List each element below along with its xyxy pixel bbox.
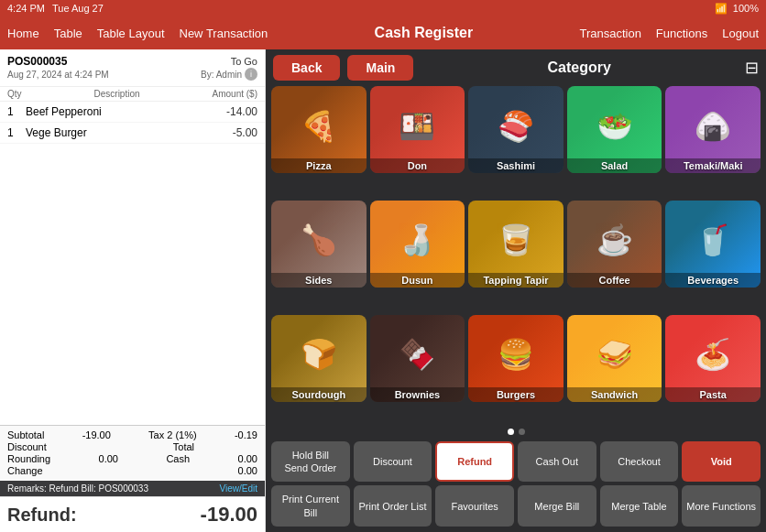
time: 4:24 PM bbox=[7, 3, 45, 14]
nav-table-layout[interactable]: Table Layout bbox=[97, 27, 165, 40]
top-nav-left: Home Table Table Layout New Transaction bbox=[7, 27, 268, 40]
col-desc: Description bbox=[94, 89, 140, 99]
action-btn-cash-out[interactable]: Cash Out bbox=[518, 441, 596, 483]
pagination-dots bbox=[266, 426, 766, 438]
tax-label: Tax 2 (1%) bbox=[148, 429, 197, 440]
cash-value: 0.00 bbox=[238, 453, 257, 464]
back-button[interactable]: Back bbox=[273, 55, 340, 81]
cat-item-sourdough[interactable]: 🍞 Sourdough bbox=[271, 315, 367, 402]
change-row: Change 0.00 bbox=[7, 465, 257, 476]
nav-transaction[interactable]: Transaction bbox=[579, 27, 640, 40]
cat-item-temaki-maki[interactable]: 🍙 Temaki/Maki bbox=[665, 86, 761, 173]
col-amount: Amount ($) bbox=[213, 89, 257, 99]
refund-amount: -19.00 bbox=[201, 503, 257, 527]
dot-2 bbox=[519, 429, 525, 435]
bottom-btn-merge-table[interactable]: Merge Table bbox=[600, 485, 679, 527]
nav-home[interactable]: Home bbox=[7, 27, 39, 40]
item-amount-1: -14.00 bbox=[226, 105, 257, 118]
rounding-label: Rounding bbox=[7, 453, 50, 464]
cat-emoji: 🍫 bbox=[399, 338, 435, 373]
cat-item-don[interactable]: 🍱 Don bbox=[370, 86, 465, 173]
cat-emoji: 🍞 bbox=[301, 338, 337, 373]
cat-label: Pasta bbox=[665, 387, 761, 402]
right-panel: Back Main Category ⊟ 🍕 Pizza 🍱 Don 🍣 Sas… bbox=[266, 49, 766, 532]
cat-label: Coffee bbox=[567, 273, 662, 288]
cat-emoji: 🥃 bbox=[498, 223, 534, 258]
main-button[interactable]: Main bbox=[347, 55, 413, 81]
subtotal-row: Subtotal -19.00 Tax 2 (1%) -0.19 bbox=[7, 429, 257, 440]
cat-emoji: 🍣 bbox=[498, 109, 534, 144]
cat-emoji: ☕ bbox=[596, 223, 633, 258]
cat-label: Burgers bbox=[468, 387, 564, 402]
cat-emoji: 🥪 bbox=[596, 338, 633, 373]
cat-label: Dusun bbox=[370, 273, 465, 288]
cat-item-beverages[interactable]: 🥤 Beverages bbox=[665, 201, 761, 288]
discount-total-row: Discount Total bbox=[7, 441, 257, 452]
cat-item-salad[interactable]: 🥗 Salad bbox=[567, 86, 662, 173]
change-value: 0.00 bbox=[238, 465, 257, 476]
rounding-cash-row: Rounding 0.00 Cash 0.00 bbox=[7, 453, 257, 464]
cat-emoji: 🍕 bbox=[301, 109, 337, 144]
to-go: To Go bbox=[231, 56, 257, 67]
bottom-btn-print-current-bill[interactable]: Print Current Bill bbox=[271, 485, 350, 527]
action-btn-hold-bill-send-order[interactable]: Hold Bill Send Order bbox=[271, 441, 350, 483]
cat-emoji: 🍶 bbox=[399, 223, 435, 258]
item-qty-1: 1 bbox=[7, 105, 26, 118]
wifi-icon: 📶 bbox=[715, 3, 728, 15]
discount-label: Discount bbox=[7, 441, 47, 452]
cat-item-coffee[interactable]: ☕ Coffee bbox=[567, 201, 662, 288]
view-edit-button[interactable]: View/Edit bbox=[219, 483, 257, 494]
main-layout: POS000035 To Go Aug 27, 2024 at 4:24 PM … bbox=[0, 49, 766, 532]
action-btn-discount[interactable]: Discount bbox=[354, 441, 432, 483]
item-qty-2: 1 bbox=[7, 126, 26, 139]
category-grid: 🍕 Pizza 🍱 Don 🍣 Sashimi 🥗 Salad 🍙 Temaki… bbox=[266, 86, 766, 426]
total-label: Total bbox=[173, 441, 194, 452]
column-headers: Qty Description Amount ($) bbox=[0, 87, 265, 102]
cat-label: Sides bbox=[271, 273, 367, 288]
summary-section: Subtotal -19.00 Tax 2 (1%) -0.19 Discoun… bbox=[0, 425, 265, 481]
order-item-1: 1 Beef Pepperoni -14.00 bbox=[0, 102, 265, 123]
cat-label: Don bbox=[370, 158, 465, 173]
nav-functions[interactable]: Functions bbox=[656, 27, 707, 40]
filter-icon[interactable]: ⊟ bbox=[745, 58, 759, 78]
dot-1 bbox=[508, 429, 514, 435]
tax-value: -0.19 bbox=[235, 429, 257, 440]
cat-item-sandwich[interactable]: 🥪 Sandwich bbox=[567, 315, 662, 402]
cat-item-sashimi[interactable]: 🍣 Sashimi bbox=[468, 86, 564, 173]
bottom-btn-more-functions[interactable]: More Functions bbox=[682, 485, 761, 527]
bottom-btn-print-order-list[interactable]: Print Order List bbox=[354, 485, 432, 527]
nav-table[interactable]: Table bbox=[54, 27, 82, 40]
cat-label: Brownies bbox=[370, 387, 465, 402]
pos-id: POS000035 bbox=[7, 55, 67, 68]
cat-item-sides[interactable]: 🍗 Sides bbox=[271, 201, 367, 288]
cat-item-burgers[interactable]: 🍔 Burgers bbox=[468, 315, 564, 402]
action-btn-refund[interactable]: Refund bbox=[435, 441, 514, 483]
cat-emoji: 🍔 bbox=[498, 338, 534, 373]
nav-logout[interactable]: Logout bbox=[722, 27, 759, 40]
cat-label: Sourdough bbox=[271, 387, 367, 402]
cat-item-dusun[interactable]: 🍶 Dusun bbox=[370, 201, 465, 288]
order-by: By: Admin i bbox=[201, 68, 257, 81]
nav-new-transaction[interactable]: New Transaction bbox=[180, 27, 268, 40]
cat-item-pizza[interactable]: 🍕 Pizza bbox=[271, 86, 367, 173]
cat-item-pasta[interactable]: 🍝 Pasta bbox=[665, 315, 761, 402]
action-btn-checkout[interactable]: Checkout bbox=[600, 441, 679, 483]
cat-item-brownies[interactable]: 🍫 Brownies bbox=[370, 315, 465, 402]
action-btn-void[interactable]: Void bbox=[682, 441, 761, 483]
cat-emoji: 🍗 bbox=[301, 223, 337, 258]
rounding-value: 0.00 bbox=[99, 453, 118, 464]
order-items: 1 Beef Pepperoni -14.00 1 Vege Burger -5… bbox=[0, 102, 265, 425]
bottom-btn-favourites[interactable]: Favourites bbox=[435, 485, 514, 527]
refund-label: Refund: bbox=[7, 505, 77, 526]
bottom-btn-merge-bill[interactable]: Merge Bill bbox=[518, 485, 596, 527]
category-title: Category bbox=[421, 60, 738, 76]
status-bar-left: 4:24 PM Tue Aug 27 bbox=[7, 3, 104, 14]
cat-label: Beverages bbox=[665, 273, 761, 288]
remarks-bar: Remarks: Refund Bill: POS000033 View/Edi… bbox=[0, 481, 265, 496]
cash-label: Cash bbox=[166, 453, 190, 464]
subtotal-value: -19.00 bbox=[82, 429, 111, 440]
cat-item-tapping-tapir[interactable]: 🥃 Tapping Tapir bbox=[468, 201, 564, 288]
info-icon[interactable]: i bbox=[245, 68, 257, 81]
top-nav-right: Transaction Functions Logout bbox=[579, 27, 759, 40]
cat-label: Pizza bbox=[271, 158, 367, 173]
